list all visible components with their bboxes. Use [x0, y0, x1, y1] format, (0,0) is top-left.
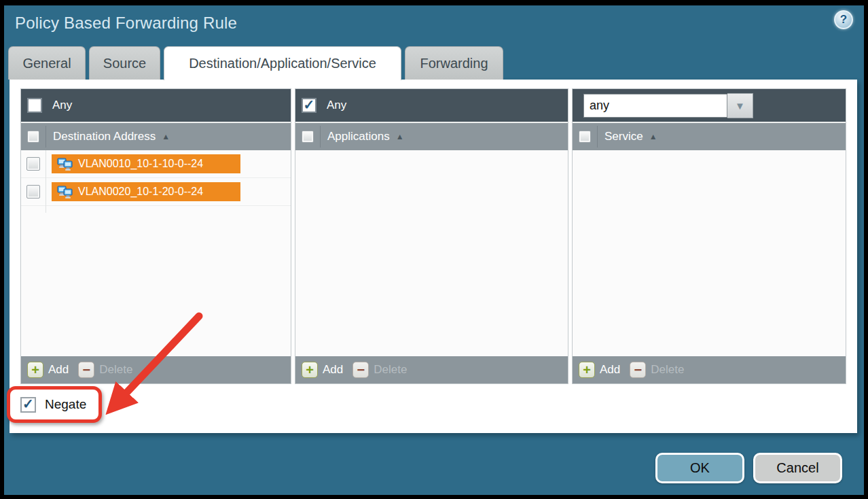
table-row[interactable]: VLAN0010_10-1-10-0--24 — [21, 150, 291, 178]
add-label: Add — [48, 363, 69, 377]
tab-source[interactable]: Source — [89, 46, 160, 80]
delete-label: Delete — [374, 363, 407, 377]
tab-general[interactable]: General — [8, 46, 86, 80]
applications-any-checkbox[interactable]: ✓ — [302, 98, 317, 113]
sort-ascending-icon: ▲ — [396, 133, 404, 141]
delete-button[interactable]: − Delete — [630, 362, 684, 378]
destination-toolbar: + Add − Delete — [21, 356, 291, 383]
delete-button[interactable]: − Delete — [78, 362, 132, 378]
minus-icon: − — [630, 362, 646, 378]
delete-label: Delete — [99, 363, 132, 377]
sort-ascending-icon: ▲ — [649, 133, 657, 141]
negate-label: Negate — [45, 397, 86, 412]
checkmark-icon: ✓ — [22, 397, 34, 411]
address-object-selected[interactable]: VLAN0010_10-1-10-0--24 — [52, 154, 240, 173]
tab-label: Source — [103, 56, 146, 71]
destination-column-header[interactable]: Destination Address ▲ — [21, 122, 291, 150]
destination-any-label: Any — [52, 99, 72, 112]
address-object-selected[interactable]: VLAN0020_10-1-20-0--24 — [52, 182, 240, 201]
applications-select-all-checkbox[interactable] — [302, 131, 314, 143]
row-checkbox[interactable] — [26, 185, 40, 199]
destination-address-panel: Any Destination Address ▲ — [20, 88, 291, 384]
chevron-down-icon: ▼ — [735, 100, 745, 111]
plus-icon: + — [302, 362, 318, 378]
negate-checkbox[interactable]: ✓ — [20, 397, 36, 413]
add-label: Add — [323, 363, 343, 377]
applications-any-bar: ✓ Any — [295, 89, 568, 122]
delete-button[interactable]: − Delete — [352, 362, 407, 378]
destination-column-label: Destination Address — [53, 130, 156, 143]
applications-any-label: Any — [327, 99, 346, 112]
applications-panel: ✓ Any Applications ▲ + Add − Delete — [295, 88, 568, 384]
tab-label: Forwarding — [420, 56, 488, 71]
row-checkbox[interactable] — [26, 157, 40, 171]
tab-content-area: Any Destination Address ▲ — [10, 80, 857, 433]
destination-any-bar: Any — [21, 89, 291, 122]
service-toolbar: + Add − Delete — [573, 356, 846, 383]
ok-button[interactable]: OK — [655, 453, 744, 483]
service-panel: any ▼ Service ▲ + Add − — [572, 88, 846, 384]
delete-label: Delete — [651, 363, 684, 377]
tab-destination-application-service[interactable]: Destination/Application/Service — [164, 46, 401, 80]
service-select-all-checkbox[interactable] — [579, 131, 591, 143]
destination-any-checkbox[interactable] — [27, 98, 42, 113]
column-divider — [320, 126, 321, 148]
table-row[interactable]: VLAN0020_10-1-20-0--24 — [21, 178, 291, 206]
service-dropdown-value[interactable]: any — [583, 94, 727, 118]
service-any-bar: any ▼ — [573, 89, 846, 122]
column-divider — [597, 126, 598, 148]
tab-forwarding[interactable]: Forwarding — [405, 46, 503, 80]
applications-column-label: Applications — [327, 130, 390, 143]
network-address-icon — [57, 186, 73, 199]
service-list — [573, 150, 846, 356]
applications-toolbar: + Add − Delete — [295, 356, 568, 383]
network-address-icon — [57, 158, 73, 171]
plus-icon: + — [27, 362, 43, 378]
cancel-label: Cancel — [776, 460, 818, 476]
add-button[interactable]: + Add — [302, 362, 343, 378]
dropdown-button[interactable]: ▼ — [727, 93, 753, 118]
ok-label: OK — [690, 460, 710, 476]
column-divider — [46, 126, 46, 148]
checkmark-icon: ✓ — [304, 98, 315, 111]
plus-icon: + — [579, 362, 595, 378]
destination-select-all-checkbox[interactable] — [27, 131, 39, 143]
dialog-title: Policy Based Forwarding Rule — [15, 14, 237, 33]
add-label: Add — [600, 363, 620, 377]
service-column-header[interactable]: Service ▲ — [573, 122, 846, 150]
tab-label: General — [22, 56, 71, 71]
minus-icon: − — [352, 362, 369, 378]
destination-list: VLAN0010_10-1-10-0--24 — [21, 150, 291, 356]
address-object-name: VLAN0010_10-1-10-0--24 — [78, 158, 203, 170]
minus-icon: − — [78, 362, 94, 378]
tab-label: Destination/Application/Service — [189, 56, 376, 71]
applications-list — [295, 150, 568, 356]
applications-column-header[interactable]: Applications ▲ — [295, 122, 568, 150]
pbf-rule-dialog: Policy Based Forwarding Rule ? General S… — [4, 5, 864, 495]
add-button[interactable]: + Add — [579, 362, 620, 378]
service-column-label: Service — [604, 130, 643, 143]
service-dropdown[interactable]: any ▼ — [583, 93, 753, 118]
add-button[interactable]: + Add — [27, 362, 69, 378]
negate-highlight-annotation: ✓ Negate — [7, 386, 102, 423]
question-mark-glyph: ? — [840, 13, 847, 27]
tab-bar: General Source Destination/Application/S… — [8, 46, 503, 80]
address-object-name: VLAN0020_10-1-20-0--24 — [78, 186, 203, 198]
sort-ascending-icon: ▲ — [162, 133, 170, 141]
cancel-button[interactable]: Cancel — [753, 453, 842, 483]
help-icon[interactable]: ? — [834, 10, 853, 29]
